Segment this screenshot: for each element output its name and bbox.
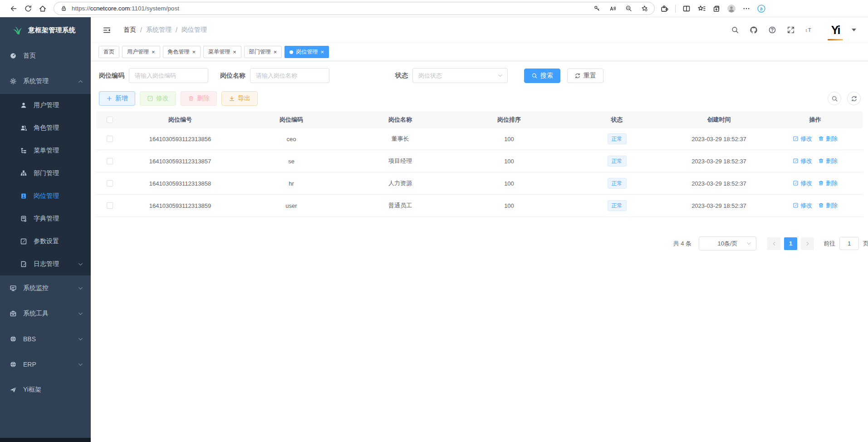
close-icon[interactable]: × (192, 49, 196, 55)
sidebar-item-dept-management[interactable]: 部门管理 (0, 162, 91, 185)
browser-home-button[interactable] (35, 2, 50, 15)
tab-user-management[interactable]: 用户管理× (122, 46, 160, 58)
status-select[interactable]: 岗位状态 (412, 68, 508, 83)
header-search-icon[interactable] (731, 26, 739, 34)
row-delete-link-label: 删除 (826, 135, 838, 143)
row-edit-link[interactable]: 修改 (793, 157, 812, 165)
row-checkbox[interactable] (107, 202, 113, 209)
row-delete-link[interactable]: 删除 (818, 179, 838, 187)
edit-button[interactable]: 修改 (140, 91, 176, 106)
cell-post-id: 1641030593112313856 (123, 136, 237, 142)
sidebar-item-system-management[interactable]: 系统管理 (0, 69, 91, 94)
row-checkbox[interactable] (107, 158, 113, 164)
fullscreen-icon[interactable] (787, 26, 795, 34)
row-delete-link[interactable]: 删除 (818, 201, 838, 210)
cell-post-id: 1641030593112313857 (123, 158, 237, 165)
reset-refresh-icon (574, 73, 581, 79)
extensions-icon[interactable] (660, 5, 668, 13)
row-checkbox[interactable] (107, 136, 113, 142)
user-avatar[interactable]: Yi (827, 22, 844, 38)
search-icon (531, 73, 538, 79)
tab-role-management[interactable]: 角色管理× (163, 46, 201, 58)
refresh-table-button[interactable] (847, 92, 861, 105)
browser-profile-avatar[interactable] (727, 5, 736, 13)
bing-chat-icon[interactable]: b (757, 5, 765, 13)
page-number-1[interactable]: 1 (784, 237, 797, 250)
tab-home[interactable]: 首页 (98, 46, 119, 58)
row-delete-link[interactable]: 删除 (818, 157, 838, 165)
sidebar-item-bbs[interactable]: BBS (0, 326, 91, 352)
avatar-caret-down-icon[interactable] (852, 29, 856, 31)
favorite-add-icon[interactable] (641, 5, 648, 12)
sidebar-item-param-settings[interactable]: 参数设置 (0, 230, 91, 253)
breadcrumb-current: 岗位管理 (181, 26, 207, 34)
export-button[interactable]: 导出 (221, 91, 258, 106)
delete-button[interactable]: 删除 (181, 91, 217, 106)
row-delete-link[interactable]: 删除 (818, 135, 838, 143)
sidebar-item-system-monitor[interactable]: 系统监控 (0, 275, 91, 301)
row-edit-link-label: 修改 (800, 201, 812, 210)
close-icon[interactable]: × (233, 49, 236, 55)
cell-created-time: 2023-03-29 18:52:37 (670, 136, 768, 142)
next-page-button[interactable] (801, 237, 814, 250)
page-size-select[interactable]: 10条/页 (699, 236, 756, 250)
sidebar-collapse-icon[interactable] (103, 26, 111, 34)
browser-refresh-button[interactable] (21, 2, 35, 15)
post-name-input[interactable] (250, 68, 329, 83)
tab-post-management[interactable]: 岗位管理× (284, 46, 329, 58)
toolbox-icon (10, 310, 17, 317)
font-size-icon[interactable]: tT (805, 26, 814, 34)
select-all-checkbox[interactable] (107, 117, 113, 123)
address-bar[interactable]: https://ccnetcore.com:1101/system/post (54, 2, 655, 15)
row-edit-link[interactable]: 修改 (793, 135, 812, 143)
row-delete-link-label: 删除 (826, 157, 838, 165)
close-icon[interactable]: × (320, 49, 324, 55)
sidebar-item-yi-framework[interactable]: Yi框架 (0, 377, 91, 403)
tab-dept-management[interactable]: 部门管理× (244, 46, 282, 58)
sidebar-item-post-management[interactable]: 岗位管理 (0, 185, 91, 207)
toggle-search-button[interactable] (828, 92, 841, 105)
split-screen-icon[interactable] (682, 5, 691, 13)
close-icon[interactable]: × (274, 49, 277, 55)
read-aloud-icon[interactable] (609, 5, 616, 12)
row-checkbox[interactable] (107, 180, 113, 187)
sidebar-item-erp[interactable]: ERP (0, 352, 91, 377)
password-key-icon[interactable] (593, 5, 600, 12)
sidebar-item-system-tools[interactable]: 系统工具 (0, 301, 91, 326)
chevron-up-icon (78, 79, 83, 84)
sidebar-item-dict-management[interactable]: 字典管理 (0, 207, 91, 230)
breadcrumb-home[interactable]: 首页 (123, 26, 136, 34)
goto-label: 前往 (824, 240, 835, 248)
row-edit-link[interactable]: 修改 (793, 201, 812, 210)
reset-button[interactable]: 重置 (567, 69, 603, 83)
search-button[interactable]: 搜索 (524, 69, 560, 83)
plus-icon (106, 95, 113, 102)
status-badge: 正常 (608, 133, 627, 144)
sidebar-item-log-management[interactable]: 日志管理 (0, 253, 91, 275)
github-icon[interactable] (750, 26, 758, 34)
sidebar-item-home[interactable]: 首页 (0, 43, 91, 69)
tab-menu-management[interactable]: 菜单管理× (203, 46, 241, 58)
browser-back-button[interactable] (6, 2, 21, 15)
help-icon[interactable] (768, 26, 776, 34)
column-header: 岗位编码 (237, 116, 346, 124)
post-code-input[interactable] (129, 68, 208, 83)
favorites-icon[interactable] (697, 5, 706, 13)
lock-icon[interactable] (60, 5, 67, 12)
row-edit-link[interactable]: 修改 (793, 179, 812, 187)
prev-page-button[interactable] (767, 237, 780, 250)
close-icon[interactable]: × (152, 49, 155, 55)
cell-created-time: 2023-03-29 18:52:37 (670, 202, 768, 209)
browser-more-icon[interactable] (742, 5, 750, 13)
add-button[interactable]: 新增 (99, 91, 135, 106)
dashboard-icon (10, 52, 17, 59)
sidebar-item-user-management[interactable]: 用户管理 (0, 94, 91, 117)
goto-page-input[interactable] (839, 237, 859, 250)
sidebar-item-menu-management[interactable]: 菜单管理 (0, 139, 91, 162)
app-header: 首页 / 系统管理 / 岗位管理 tT Yi (91, 17, 868, 43)
edit-icon (147, 95, 153, 102)
cell-select (96, 202, 123, 209)
zoom-out-icon[interactable] (625, 5, 632, 12)
collections-icon[interactable] (712, 5, 721, 13)
sidebar-item-role-management[interactable]: 角色管理 (0, 117, 91, 139)
